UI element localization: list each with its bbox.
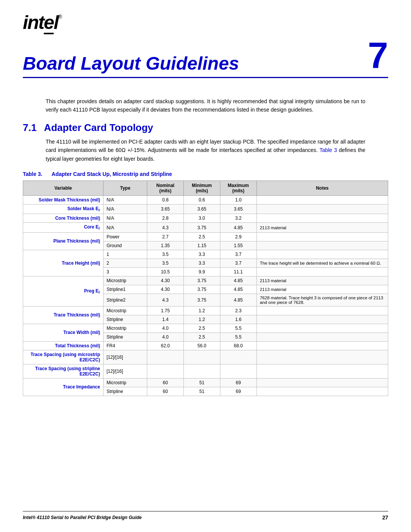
table3-link[interactable]: Table 3	[319, 147, 337, 153]
nominal-cell: 4.30	[147, 285, 184, 294]
type-cell: [12]/[16]	[103, 350, 147, 364]
maximum-cell: 11.1	[220, 267, 256, 276]
notes-cell	[256, 267, 388, 276]
notes-cell	[256, 195, 388, 204]
minimum-cell: 56.0	[183, 341, 220, 350]
minimum-cell: 9.9	[183, 267, 220, 276]
var-cell: Trace Spacing (using microstrip E2E/C2C)	[23, 350, 104, 364]
section-title: Adapter Card Topology	[44, 122, 153, 133]
nominal-cell: 2.8	[147, 214, 184, 223]
logo-text: intel	[23, 12, 58, 33]
minimum-cell: 3.75	[183, 294, 220, 306]
header-notes: Notes	[256, 181, 388, 195]
maximum-cell	[220, 364, 256, 378]
type-cell: Stripline	[103, 387, 147, 396]
type-cell: N/A	[103, 214, 147, 223]
minimum-cell: 2.5	[183, 324, 220, 332]
chapter-number: 7	[368, 37, 388, 74]
notes-cell: The trace height will be determined to a…	[256, 259, 388, 267]
var-cell: Trace Spacing (using stripline E2E/C2C)	[23, 364, 104, 378]
type-cell: Stripline	[103, 315, 147, 324]
notes-cell	[256, 378, 388, 387]
maximum-cell: 1.6	[220, 315, 256, 324]
section-header: 7.1 Adapter Card Topology	[23, 122, 388, 134]
type-cell: Microstrip	[103, 306, 147, 315]
nominal-cell: 60	[147, 387, 184, 396]
maximum-cell: 3.65	[220, 204, 256, 214]
maximum-cell: 4.85	[220, 276, 256, 285]
minimum-cell: 1.2	[183, 315, 220, 324]
notes-cell	[256, 341, 388, 350]
var-cell: Plane Thickness (mil)	[23, 232, 104, 250]
var-cell: Trace Impedance	[23, 378, 104, 396]
table-row: Trace Height (mil)13.53.33.7	[23, 250, 388, 259]
notes-cell	[256, 350, 388, 364]
type-cell: Power	[103, 232, 147, 241]
var-cell: Trace Thickness (mil)	[23, 306, 104, 324]
minimum-cell	[183, 350, 220, 364]
type-cell: Microstrip	[103, 378, 147, 387]
notes-cell: 7628 material. Trace height 3 is compose…	[256, 294, 388, 306]
maximum-cell: 4.85	[220, 285, 256, 294]
notes-cell	[256, 324, 388, 332]
var-cell: Solder Mask Thickness (mil)	[23, 195, 104, 204]
minimum-cell: 1.15	[183, 241, 220, 250]
type-cell: FR4	[103, 341, 147, 350]
notes-cell	[256, 250, 388, 259]
nominal-cell: 60	[147, 378, 184, 387]
maximum-cell: 4.85	[220, 223, 256, 232]
nominal-cell: 4.3	[147, 223, 184, 232]
logo-registered: ®	[58, 14, 62, 20]
nominal-cell	[147, 364, 184, 378]
type-cell: Stripline	[103, 332, 147, 341]
table-row: Trace ImpedanceMicrostrip605169	[23, 378, 388, 387]
logo-container: intel®	[23, 11, 388, 35]
nominal-cell: 4.0	[147, 324, 184, 332]
notes-cell	[256, 315, 388, 324]
notes-cell	[256, 306, 388, 315]
nominal-cell: 1.35	[147, 241, 184, 250]
header-minimum: Minimum(mils)	[183, 181, 220, 195]
minimum-cell: 3.75	[183, 223, 220, 232]
type-cell: Microstrip	[103, 324, 147, 332]
maximum-cell: 4.85	[220, 294, 256, 306]
nominal-cell: 62.0	[147, 341, 184, 350]
minimum-cell	[183, 364, 220, 378]
page: intel® Board Layout Guidelines 7 This ch…	[0, 0, 411, 532]
footer-page: 27	[382, 514, 388, 521]
type-cell: [12]/[16]	[103, 364, 147, 378]
header-type: Type	[103, 181, 147, 195]
nominal-cell: 2.7	[147, 232, 184, 241]
minimum-cell: 3.75	[183, 276, 220, 285]
type-cell: 3	[103, 267, 147, 276]
nominal-cell: 4.30	[147, 276, 184, 285]
var-cell: Total Thickness (mil)	[23, 341, 104, 350]
table-row: Plane Thickness (mil)Power2.72.52.9	[23, 232, 388, 241]
var-cell: Preg Er	[23, 276, 104, 306]
intro-text: This chapter provides details on adapter…	[46, 97, 365, 114]
table-row: Solder Mask Thickness (mil)N/A0.80.61.0	[23, 195, 388, 204]
notes-cell	[256, 232, 388, 241]
nominal-cell: 0.8	[147, 195, 184, 204]
var-cell: Trace Width (mil)	[23, 324, 104, 341]
maximum-cell: 69	[220, 387, 256, 396]
table-row: Preg ErMicrostrip4.303.754.852113 materi…	[23, 276, 388, 285]
header-maximum: Maximum(mils)	[220, 181, 256, 195]
minimum-cell: 1.2	[183, 306, 220, 315]
minimum-cell: 51	[183, 378, 220, 387]
intel-logo: intel®	[23, 11, 62, 34]
minimum-cell: 2.5	[183, 332, 220, 341]
minimum-cell: 3.0	[183, 214, 220, 223]
maximum-cell	[220, 350, 256, 364]
var-cell: Solder Mask Er	[23, 204, 104, 214]
minimum-cell: 3.75	[183, 285, 220, 294]
type-cell: N/A	[103, 204, 147, 214]
type-cell: 2	[103, 259, 147, 267]
notes-cell	[256, 214, 388, 223]
notes-cell	[256, 204, 388, 214]
notes-cell	[256, 241, 388, 250]
nominal-cell: 1.4	[147, 315, 184, 324]
maximum-cell: 69	[220, 378, 256, 387]
table-row: Total Thickness (mil)FR462.056.068.0	[23, 341, 388, 350]
nominal-cell: 3.65	[147, 204, 184, 214]
